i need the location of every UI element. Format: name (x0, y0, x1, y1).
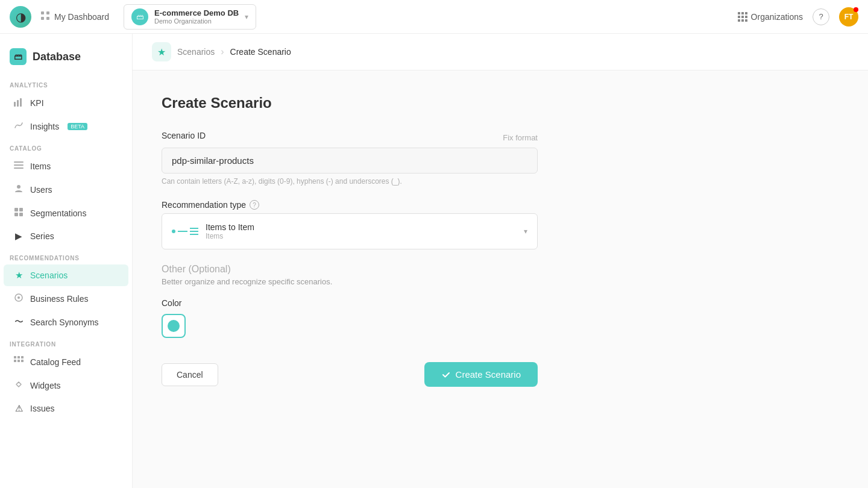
sidebar-widgets-label: Widgets (30, 381, 61, 390)
sidebar-item-scenarios[interactable]: ★ Scenarios (4, 264, 128, 286)
svg-point-25 (17, 296, 20, 299)
sidebar-db-icon: 🗃 (10, 48, 27, 65)
app-logo: ◑ (10, 6, 31, 28)
db-org: Demo Organization (154, 17, 239, 25)
sidebar-item-series[interactable]: ▶ Series (4, 225, 128, 247)
sidebar-item-search-synonyms[interactable]: 〜 Search Synonyms (4, 311, 128, 333)
db-name: E-commerce Demo DB (154, 8, 239, 17)
widgets-icon (13, 380, 24, 391)
sidebar-search-synonyms-label: Search Synonyms (30, 318, 99, 327)
svg-rect-29 (14, 360, 16, 362)
create-scenario-button[interactable]: Create Scenario (424, 362, 538, 387)
organizations-label: Organizations (751, 12, 803, 22)
help-button[interactable]: ? (813, 8, 829, 25)
scenario-id-group: Scenario ID Fix format Can contain lette… (162, 131, 538, 186)
issues-icon: ⚠ (13, 403, 24, 414)
breadcrumb-icon: ★ (152, 42, 171, 61)
svg-rect-15 (20, 98, 22, 107)
sidebar-item-kpi[interactable]: KPI (4, 92, 128, 114)
catalog-feed-icon (13, 356, 24, 368)
breadcrumb-parent[interactable]: Scenarios (177, 47, 215, 57)
sidebar-item-segmentations[interactable]: Segmentations (4, 202, 128, 224)
scenario-id-label: Scenario ID (162, 131, 206, 140)
sidebar-item-users[interactable]: Users (4, 178, 128, 201)
svg-rect-1 (46, 11, 49, 14)
grid-org-icon (738, 12, 747, 22)
sidebar: 🗃 Database ANALYTICS KPI Insights BETA C… (0, 34, 133, 488)
db-selector[interactable]: 🗃 E-commerce Demo DB Demo Organization ▾ (124, 4, 256, 30)
sidebar-item-catalog-feed[interactable]: Catalog Feed (4, 351, 128, 373)
svg-rect-23 (19, 213, 23, 216)
sidebar-item-items[interactable]: Items (4, 155, 128, 177)
recommendation-type-select[interactable]: Items to Item Items ▾ (162, 213, 538, 249)
svg-rect-6 (745, 12, 747, 14)
sidebar-item-issues[interactable]: ⚠ Issues (4, 398, 128, 419)
sidebar-catalog-feed-label: Catalog Feed (30, 357, 81, 367)
sidebar-series-label: Series (30, 231, 54, 241)
topnav-right: Organizations ? FT (738, 7, 858, 27)
svg-rect-5 (741, 12, 744, 14)
db-icon: 🗃 (131, 8, 148, 25)
avatar-notification-dot (854, 7, 858, 12)
sidebar-items-label: Items (30, 161, 51, 171)
sidebar-users-label: Users (30, 185, 52, 195)
organizations-link[interactable]: Organizations (738, 12, 803, 22)
sidebar-kpi-label: KPI (30, 98, 44, 108)
color-label: Color (162, 298, 538, 308)
sidebar-business-rules-label: Business Rules (30, 294, 89, 304)
svg-rect-30 (17, 360, 20, 362)
svg-rect-18 (14, 167, 24, 169)
color-dot (168, 320, 180, 332)
svg-rect-22 (14, 213, 18, 216)
beta-badge: BETA (68, 123, 87, 130)
svg-rect-9 (745, 16, 747, 18)
recommendation-type-help-icon[interactable]: ? (250, 200, 259, 210)
sidebar-item-widgets[interactable]: Widgets (4, 374, 128, 396)
checkmark-icon (441, 370, 451, 380)
svg-rect-20 (14, 208, 18, 211)
section-label-integration: INTEGRATION (0, 334, 132, 350)
svg-rect-16 (14, 161, 24, 163)
my-dashboard-link[interactable]: My Dashboard (41, 11, 109, 22)
fix-format-link[interactable]: Fix format (503, 133, 538, 142)
sidebar-title: 🗃 Database (0, 43, 132, 75)
kpi-icon (13, 97, 24, 108)
svg-rect-0 (41, 11, 44, 14)
section-label-analytics: ANALYTICS (0, 75, 132, 91)
dashboard-label: My Dashboard (54, 12, 109, 22)
recommendation-type-text: Items to Item Items (206, 222, 517, 240)
recommendation-type-value: Items to Item (206, 222, 517, 232)
svg-rect-11 (741, 19, 744, 22)
svg-rect-13 (14, 102, 16, 107)
recommendation-type-sub: Items (206, 232, 517, 240)
sidebar-item-insights[interactable]: Insights BETA (4, 115, 128, 137)
recommendation-type-group: Recommendation type ? Items to (162, 200, 538, 249)
grid-icon (41, 11, 49, 22)
form-title: Create Scenario (162, 95, 538, 111)
svg-rect-21 (19, 208, 23, 211)
scenario-id-input[interactable] (162, 148, 538, 174)
user-avatar[interactable]: FT (839, 7, 858, 27)
main-content: ★ Scenarios › Create Scenario Create Sce… (133, 34, 868, 488)
insights-icon (13, 120, 24, 132)
topnav: ◑ My Dashboard 🗃 E-commerce Demo DB Demo… (0, 0, 868, 34)
db-text: E-commerce Demo DB Demo Organization (154, 8, 239, 25)
db-dropdown-icon: ▾ (245, 13, 248, 21)
items-icon (13, 160, 24, 172)
svg-rect-14 (17, 100, 19, 107)
scenario-id-label-row: Scenario ID Fix format (162, 131, 538, 144)
select-dropdown-icon: ▾ (524, 227, 527, 236)
sidebar-item-business-rules[interactable]: Business Rules (4, 287, 128, 310)
segmentations-icon (13, 207, 24, 219)
sidebar-segmentations-label: Segmentations (30, 208, 86, 218)
color-swatch[interactable] (162, 314, 186, 338)
sidebar-insights-label: Insights (30, 122, 59, 131)
svg-rect-17 (14, 164, 24, 166)
cancel-button[interactable]: Cancel (162, 363, 218, 386)
other-section-hint: Better organize and recognize specific s… (162, 277, 538, 286)
items-to-item-icon (172, 228, 198, 235)
breadcrumb: ★ Scenarios › Create Scenario (133, 34, 868, 70)
search-synonyms-icon: 〜 (13, 316, 24, 328)
svg-rect-3 (46, 17, 49, 20)
business-rules-icon (13, 293, 24, 304)
